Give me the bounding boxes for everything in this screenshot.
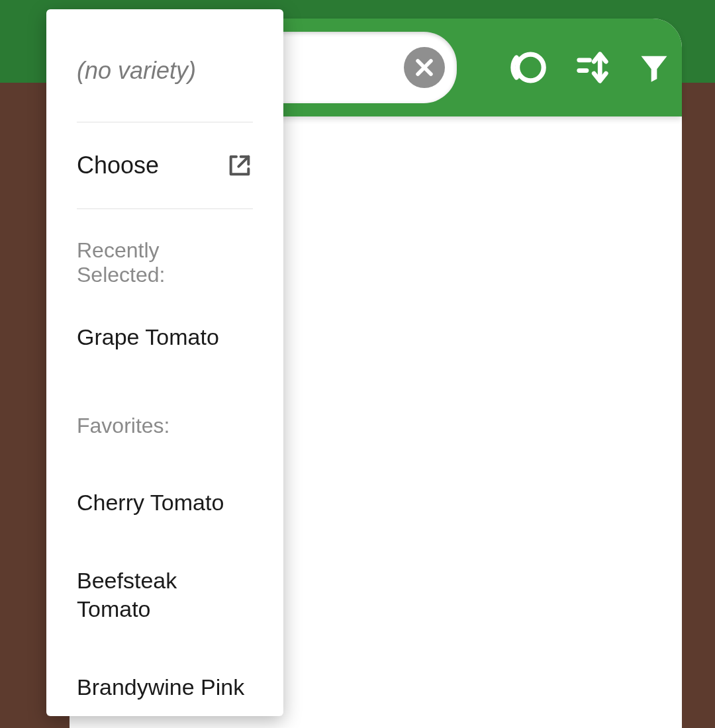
favorite-item[interactable]: Brandywine Pink <box>77 648 253 716</box>
close-icon <box>413 56 436 79</box>
filter-button[interactable] <box>637 48 671 87</box>
recently-selected-heading: Recently Selected: <box>77 209 253 293</box>
svg-point-0 <box>518 54 544 81</box>
sort-button[interactable] <box>575 48 610 87</box>
favorite-item[interactable]: Cherry Tomato <box>77 463 253 542</box>
no-variety-option[interactable]: (no variety) <box>77 9 253 122</box>
filter-icon <box>637 50 671 85</box>
spacer <box>77 443 253 463</box>
choose-label: Choose <box>77 152 159 179</box>
favorite-item[interactable]: Beefsteak Tomato <box>77 541 253 648</box>
sort-icon <box>575 50 610 85</box>
app-stage: (no variety) Choose Recently Selected: G… <box>0 0 715 728</box>
variety-dropdown: (no variety) Choose Recently Selected: G… <box>46 9 283 716</box>
circle-ring-icon <box>510 48 548 87</box>
favorites-heading: Favorites: <box>77 367 253 443</box>
view-toggle-button[interactable] <box>510 48 548 87</box>
recent-item[interactable]: Grape Tomato <box>77 293 253 367</box>
clear-search-button[interactable] <box>404 47 445 88</box>
choose-option[interactable]: Choose <box>77 122 253 209</box>
open-external-icon <box>226 152 253 179</box>
